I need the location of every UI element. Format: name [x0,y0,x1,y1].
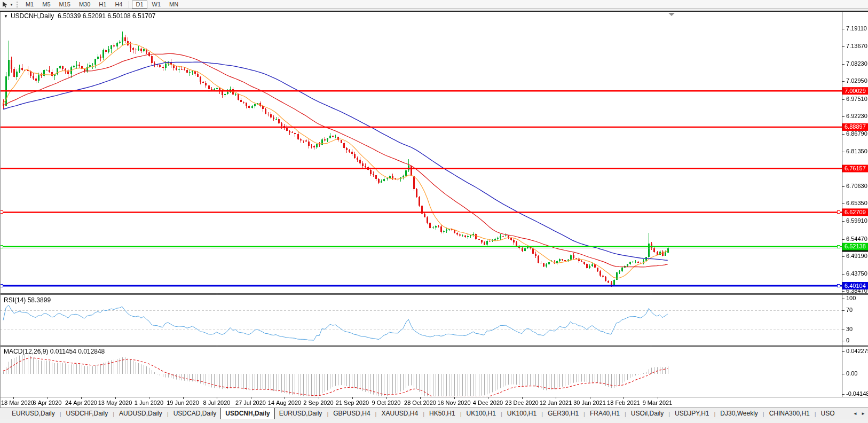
chart-title: ▼USDCNH,Daily 6.50339 6.52091 6.50108 6.… [4,12,155,20]
chart-tab-uk100-h1[interactable]: UK100,H1 [462,408,500,419]
chart-tab-dj30-weekly[interactable]: DJ30,Weekly [716,408,762,419]
chart-tabs-bar: EURUSD,Daily|USDCHF,Daily|AUDUSD,Daily|U… [0,408,868,419]
toolbar-separator [129,1,129,8]
tabs-scroll-left-icon[interactable]: ◄ [853,411,857,416]
chart-tab-hk50-h1[interactable]: HK50,H1 [425,408,460,419]
timeframe-button-h1[interactable]: H1 [95,1,110,9]
macd-indicator-label: MACD(12,26,9) 0.011454 0.012848 [4,348,105,355]
chart-window: ▼USDCNH,Daily 6.50339 6.52091 6.50108 6.… [0,11,868,408]
cursor-tool-icon[interactable] [2,1,9,8]
timeframe-button-m15[interactable]: M15 [56,1,74,9]
chart-tab-uso[interactable]: USO [817,408,839,419]
chart-tab-usoil-daily[interactable]: USOil,Daily [627,408,668,419]
price-chart-canvas[interactable] [0,11,868,408]
chart-tab-eurusd-daily[interactable]: EURUSD,Daily [7,408,59,419]
chart-tab-usdcad-daily[interactable]: USDCAD,Daily [169,408,221,419]
chart-tab-uk100-h1[interactable]: UK100,H1 [503,408,541,419]
timeframe-button-d1[interactable]: D1 [132,1,147,9]
cursor-tool-group[interactable]: ▼ [0,1,13,8]
chart-tab-china300-h1[interactable]: CHINA300,H1 [765,408,814,419]
chart-tab-eurusd-daily[interactable]: EURUSD,Daily [275,408,327,419]
top-toolbar: ▼ M1M5M15M30H1H4D1W1MN [0,0,868,9]
title-collapse-icon[interactable]: ▼ [4,14,8,19]
timeframe-button-mn[interactable]: MN [165,1,182,9]
chart-tab-ger30-h1[interactable]: GER30,H1 [543,408,583,419]
toolbar-grip [17,2,18,7]
chart-tab-fra40-h1[interactable]: FRA40,H1 [586,408,624,419]
chart-tab-xauusd-h4[interactable]: XAUUSD,H4 [377,408,422,419]
rsi-indicator-label: RSI(14) 58.3899 [4,296,51,304]
chart-tab-usdcnh-daily[interactable]: USDCNH,Daily [220,408,274,419]
timeframe-button-h4[interactable]: H4 [111,1,126,9]
tabs-scroll-right-icon[interactable]: ► [861,411,865,416]
timeframe-button-w1[interactable]: W1 [148,1,165,9]
chart-tab-usdjpy-h1[interactable]: USDJPY,H1 [670,408,713,419]
timeframe-button-m5[interactable]: M5 [38,1,54,9]
timeframe-button-m30[interactable]: M30 [75,1,94,9]
chart-tabs: EURUSD,Daily|USDCHF,Daily|AUDUSD,Daily|U… [0,408,847,419]
mt4-terminal: { "toolbar": { "timeframes": ["M1","M5",… [0,0,868,423]
timeframe-buttons: M1M5M15M30H1H4D1W1MN [21,0,183,9]
symbol-timeframe-quote-label: USDCNH,Daily 6.50339 6.52091 6.50108 6.5… [11,12,156,20]
chart-tab-audusd-daily[interactable]: AUDUSD,Daily [115,408,167,419]
chart-tab-usdchf-daily[interactable]: USDCHF,Daily [62,408,113,419]
tool-dropdown-caret-icon[interactable]: ▼ [10,3,13,6]
chart-tab-gbpusd-h4[interactable]: GBPUSD,H4 [329,408,374,419]
timeframe-button-m1[interactable]: M1 [22,1,37,9]
tab-scroll-arrows: ◄ ► [850,411,865,416]
